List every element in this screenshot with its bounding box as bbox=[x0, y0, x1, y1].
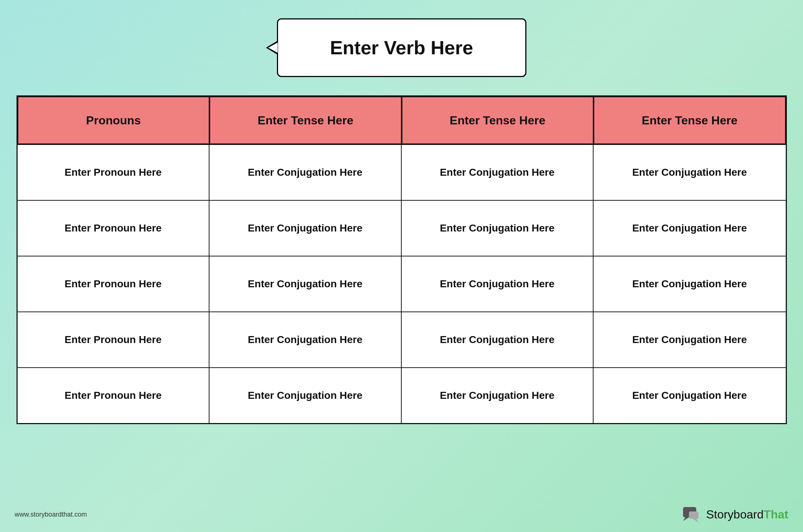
conjugation-cell: Enter Conjugation Here bbox=[402, 256, 594, 311]
table-row: Enter Pronoun Here Enter Conjugation Her… bbox=[18, 144, 786, 200]
verb-box: Enter Verb Here bbox=[277, 18, 526, 77]
brand-name: StoryboardThat bbox=[706, 508, 788, 521]
pronoun-cell: Enter Pronoun Here bbox=[18, 368, 210, 423]
pronoun-cell: Enter Pronoun Here bbox=[18, 312, 210, 367]
website-url: www.storyboardthat.com bbox=[15, 511, 87, 518]
svg-marker-1 bbox=[683, 517, 689, 521]
pronoun-cell: Enter Pronoun Here bbox=[18, 201, 210, 256]
header-tense-3: Enter Tense Here bbox=[594, 96, 786, 144]
conjugation-cell: Enter Conjugation Here bbox=[594, 312, 786, 367]
table-header: Pronouns Enter Tense Here Enter Tense He… bbox=[18, 96, 786, 144]
conjugation-cell: Enter Conjugation Here bbox=[402, 201, 594, 256]
footer: www.storyboardthat.com StoryboardThat bbox=[15, 506, 788, 523]
verb-title: Enter Verb Here bbox=[330, 37, 473, 59]
header-pronouns: Pronouns bbox=[18, 96, 210, 144]
conjugation-table: Pronouns Enter Tense Here Enter Tense He… bbox=[17, 95, 787, 424]
conjugation-cell: Enter Conjugation Here bbox=[402, 312, 594, 367]
conjugation-cell: Enter Conjugation Here bbox=[402, 145, 594, 200]
verb-box-container: Enter Verb Here bbox=[277, 18, 526, 77]
table-row: Enter Pronoun Here Enter Conjugation Her… bbox=[18, 256, 786, 311]
conjugation-cell: Enter Conjugation Here bbox=[209, 312, 402, 367]
conjugation-cell: Enter Conjugation Here bbox=[209, 368, 402, 423]
header-tense-2: Enter Tense Here bbox=[402, 96, 594, 144]
table-row: Enter Pronoun Here Enter Conjugation Her… bbox=[18, 367, 786, 423]
conjugation-cell: Enter Conjugation Here bbox=[594, 145, 786, 200]
conjugation-cell: Enter Conjugation Here bbox=[594, 256, 786, 311]
brand-logo: StoryboardThat bbox=[682, 506, 788, 523]
conjugation-cell: Enter Conjugation Here bbox=[594, 368, 786, 423]
table-body: Enter Pronoun Here Enter Conjugation Her… bbox=[18, 144, 786, 423]
conjugation-cell: Enter Conjugation Here bbox=[209, 256, 402, 311]
pronoun-cell: Enter Pronoun Here bbox=[18, 256, 210, 311]
conjugation-cell: Enter Conjugation Here bbox=[594, 201, 786, 256]
conjugation-cell: Enter Conjugation Here bbox=[209, 145, 402, 200]
storyboard-icon bbox=[682, 506, 702, 523]
background: Enter Verb Here Pronouns Enter Tense Her… bbox=[0, 0, 803, 532]
conjugation-cell: Enter Conjugation Here bbox=[209, 201, 402, 256]
svg-rect-2 bbox=[689, 511, 698, 519]
conjugation-cell: Enter Conjugation Here bbox=[402, 368, 594, 423]
svg-marker-3 bbox=[693, 519, 698, 522]
table-row: Enter Pronoun Here Enter Conjugation Her… bbox=[18, 311, 786, 367]
header-tense-1: Enter Tense Here bbox=[209, 96, 402, 144]
pronoun-cell: Enter Pronoun Here bbox=[18, 145, 210, 200]
table-row: Enter Pronoun Here Enter Conjugation Her… bbox=[18, 200, 786, 256]
